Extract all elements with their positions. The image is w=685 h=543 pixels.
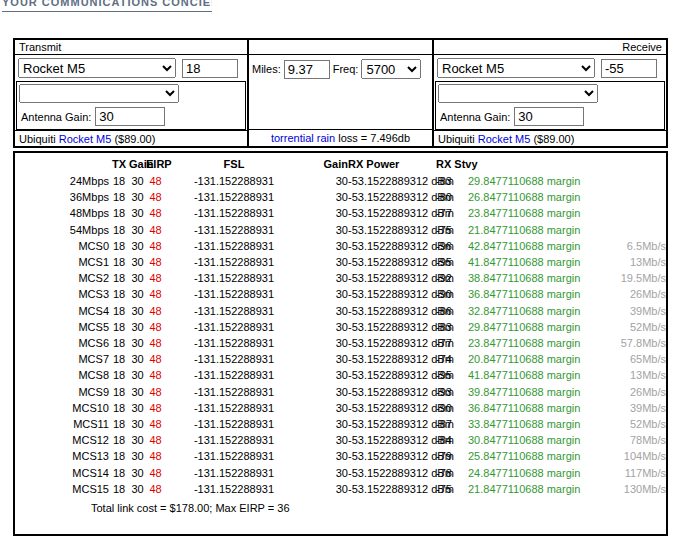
transmit-controls-row: Rocket M5 xyxy=(15,55,247,81)
freq-select[interactable]: 5700 xyxy=(361,59,421,79)
rate-row: MCS12 18 30 48 -131.152288931 30 -53.152… xyxy=(15,432,666,448)
cell-margin: 30.8477110688 margin xyxy=(468,432,604,448)
cell-fsl: -131.152288931 xyxy=(165,400,303,416)
cell-rate: 36Mbps xyxy=(15,189,109,205)
cell-eirp: 48 xyxy=(146,465,165,481)
cell-margin: 29.8477110688 margin xyxy=(468,319,604,335)
cell-tx-power: 18 xyxy=(109,416,129,432)
cell-eirp: 48 xyxy=(146,400,165,416)
header-tx: TX xyxy=(109,156,129,173)
cell-rx-power: -53.1522889312 dBm xyxy=(348,222,436,238)
cell-tx-power: 18 xyxy=(109,367,129,383)
receive-product-brand: Ubiquiti xyxy=(438,133,475,145)
cell-rate: 48Mbps xyxy=(15,205,109,221)
transmit-product-brand: Ubiquiti xyxy=(19,133,56,145)
cell-fsl: -131.152288931 xyxy=(165,286,303,302)
cell-tx-gain: 30 xyxy=(129,367,146,383)
transmit-antenna-select[interactable] xyxy=(19,84,179,103)
transmit-radio-select[interactable]: Rocket M5 xyxy=(18,58,176,78)
rate-row: MCS7 18 30 48 -131.152288931 30 -53.1522… xyxy=(15,351,666,367)
cell-margin: 38.8477110688 margin xyxy=(468,270,604,286)
cell-rx-power: -53.1522889312 dBm xyxy=(348,465,436,481)
receive-title: Receive xyxy=(434,40,666,55)
cell-rate: MCS6 xyxy=(15,335,109,351)
rate-row: MCS10 18 30 48 -131.152288931 30 -53.152… xyxy=(15,400,666,416)
receive-product-link[interactable]: Rocket M5 xyxy=(478,133,531,145)
cell-margin: 25.8477110688 margin xyxy=(468,448,604,464)
cell-tx-gain: 30 xyxy=(129,481,146,497)
rate-row: MCS9 18 30 48 -131.152288931 30 -53.1522… xyxy=(15,384,666,400)
cell-rx-gain: 30 xyxy=(303,465,348,481)
transmit-product-link[interactable]: Rocket M5 xyxy=(59,133,112,145)
rate-row: 24Mbps 18 30 48 -131.152288931 30 -53.15… xyxy=(15,173,666,189)
cell-rate: MCS7 xyxy=(15,351,109,367)
cell-rx-gain: 30 xyxy=(303,416,348,432)
header-rx-sensitivity: RX Stvy xyxy=(436,156,468,173)
cell-margin: 41.8477110688 margin xyxy=(468,254,604,270)
cell-eirp: 48 xyxy=(146,173,165,189)
cell-eirp: 48 xyxy=(146,303,165,319)
cell-rx-gain: 30 xyxy=(303,448,348,464)
rain-type-link[interactable]: torrential rain xyxy=(271,132,335,144)
cell-eirp: 48 xyxy=(146,432,165,448)
cell-speed: 78Mb/s xyxy=(604,432,666,448)
cell-rate: MCS4 xyxy=(15,303,109,319)
cell-margin: 39.8477110688 margin xyxy=(468,384,604,400)
cell-margin: 23.8477110688 margin xyxy=(468,335,604,351)
cell-tx-power: 18 xyxy=(109,270,129,286)
cell-tx-gain: 30 xyxy=(129,173,146,189)
cell-rx-gain: 30 xyxy=(303,335,348,351)
cell-tx-power: 18 xyxy=(109,432,129,448)
cell-rate: MCS8 xyxy=(15,367,109,383)
cell-tx-gain: 30 xyxy=(129,238,146,254)
cell-tx-gain: 30 xyxy=(129,286,146,302)
receive-sensitivity-input[interactable] xyxy=(601,59,657,78)
cell-rate: MCS5 xyxy=(15,319,109,335)
miles-input[interactable] xyxy=(284,60,330,79)
cell-rate: 54Mbps xyxy=(15,222,109,238)
cell-rx-power: -53.1522889312 dBm xyxy=(348,254,436,270)
cell-margin: 36.8477110688 margin xyxy=(468,286,604,302)
receive-antenna-select[interactable] xyxy=(438,84,598,103)
cell-eirp: 48 xyxy=(146,205,165,221)
rate-row: MCS11 18 30 48 -131.152288931 30 -53.152… xyxy=(15,416,666,432)
cell-rx-power: -53.1522889312 dBm xyxy=(348,189,436,205)
cell-eirp: 48 xyxy=(146,238,165,254)
rate-row: MCS4 18 30 48 -131.152288931 30 -53.1522… xyxy=(15,303,666,319)
cell-speed: 52Mb/s xyxy=(604,416,666,432)
rate-row: MCS1 18 30 48 -131.152288931 30 -53.1522… xyxy=(15,254,666,270)
rate-row: MCS2 18 30 48 -131.152288931 30 -53.1522… xyxy=(15,270,666,286)
cell-tx-gain: 30 xyxy=(129,465,146,481)
transmit-product-price: ($89.00) xyxy=(114,133,155,145)
header-rate xyxy=(15,156,109,173)
cell-speed: 65Mb/s xyxy=(604,351,666,367)
cell-fsl: -131.152288931 xyxy=(165,205,303,221)
cell-eirp: 48 xyxy=(146,189,165,205)
cell-margin: 36.8477110688 margin xyxy=(468,400,604,416)
cell-tx-power: 18 xyxy=(109,173,129,189)
cell-speed: 104Mb/s xyxy=(604,448,666,464)
cell-tx-gain: 30 xyxy=(129,400,146,416)
results-box: TX Gain EIRP FSL Gain RX Power RX Stvy 2… xyxy=(13,151,668,536)
cell-tx-power: 18 xyxy=(109,238,129,254)
header-rx-power: RX Power xyxy=(348,156,436,173)
header-tx-gain: Gain xyxy=(129,156,146,173)
cell-margin: 32.8477110688 margin xyxy=(468,303,604,319)
transmit-power-input[interactable] xyxy=(182,59,238,78)
cell-rx-power: -53.1522889312 dBm xyxy=(348,384,436,400)
cell-tx-gain: 30 xyxy=(129,384,146,400)
transmit-antenna-gain-input[interactable] xyxy=(95,107,165,126)
cell-rx-power: -53.1522889312 dBm xyxy=(348,448,436,464)
cell-tx-gain: 30 xyxy=(129,303,146,319)
cell-fsl: -131.152288931 xyxy=(165,254,303,270)
cell-fsl: -131.152288931 xyxy=(165,189,303,205)
cell-tx-gain: 30 xyxy=(129,254,146,270)
cell-rate: MCS0 xyxy=(15,238,109,254)
receive-radio-select[interactable]: Rocket M5 xyxy=(437,58,595,78)
cell-tx-gain: 30 xyxy=(129,222,146,238)
receive-antenna-gain-input[interactable] xyxy=(514,107,584,126)
cell-speed: 39Mb/s xyxy=(604,400,666,416)
cell-rx-power: -53.1522889312 dBm xyxy=(348,238,436,254)
site-tagline: YOUR COMMUNICATIONS CONCIERGE xyxy=(2,0,212,8)
cell-speed: 130Mb/s xyxy=(604,481,666,497)
